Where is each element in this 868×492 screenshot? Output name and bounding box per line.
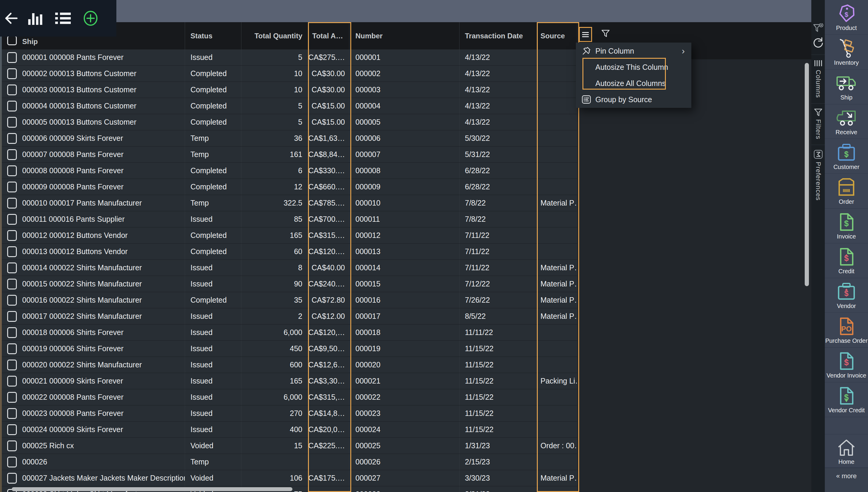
table-row[interactable]: 000019 000006 Shirts Forever Issued 450 … [2,341,577,357]
refresh-icon[interactable] [813,37,824,48]
menu-item-group-by-source[interactable]: Group by Source [576,91,691,107]
table-row[interactable]: 000017 000022 Shirts Manufacturer Issued… [2,308,577,324]
menu-item-pin-column[interactable]: Pin Column › [576,43,691,59]
table-row[interactable]: 000011 000016 Pants Supplier Issued 85 C… [2,211,577,227]
tab-preferences[interactable]: Preferences [811,145,825,206]
sidebar-item-home[interactable]: Home [825,434,868,468]
row-checkbox[interactable] [7,133,17,144]
list-view-button[interactable] [49,6,77,30]
row-checkbox[interactable] [7,392,17,403]
table-row[interactable]: 000024 000009 Skirts Forever Issued 400 … [2,422,577,438]
table-row[interactable]: 000026 Temp 000026 2/15/23 [2,454,577,470]
table-row[interactable]: 000008 000008 Pants Forever Completed 6 … [2,163,577,179]
row-checkbox[interactable] [7,52,17,63]
cell-total-quantity: 10 [241,82,308,98]
row-checkbox[interactable] [7,263,17,273]
column-header-transaction-date[interactable]: Transaction Date [460,22,537,49]
ship-text: 000014 000022 Shirts Manufacturer [22,263,142,272]
column-filter-tab-icon[interactable] [601,29,610,38]
filter-clear-icon[interactable] [813,23,823,33]
table-row[interactable]: 000010 000017 Pants Manufacturer Temp 32… [2,195,577,211]
sidebar-item-credit[interactable]: $Credit [825,243,868,278]
sidebar-item-product[interactable]: $Product [825,0,868,35]
cell-status: Issued [185,49,241,65]
table-row[interactable]: 000006 000009 Skirts Forever Temp 36 CA$… [2,130,577,147]
vertical-scrollbar-thumb[interactable] [805,63,809,286]
column-header-total-amount[interactable]: Total A… [308,22,349,49]
row-checkbox[interactable] [7,311,17,322]
tab-columns[interactable]: Columns [811,55,825,104]
row-checkbox[interactable] [7,279,17,290]
menu-item-autosize-this-column[interactable]: Autosize This Column [576,59,691,75]
cell-ship: 000018 000006 Shirts Forever [2,324,185,340]
table-row[interactable]: 000013 000012 Buttons Vendor Completed 6… [2,244,577,260]
column-menu-button[interactable] [579,27,592,42]
sidebar-item-vendor-credit[interactable]: $Vendor Credit [825,382,868,417]
sidebar-item-ship[interactable]: Ship [825,70,868,104]
row-checkbox[interactable] [7,343,17,354]
select-all-checkbox[interactable] [7,36,17,45]
sidebar-more-button[interactable]: « more [825,468,868,492]
table-row[interactable]: 000018 000006 Shirts Forever Issued 6,00… [2,324,577,341]
table-row[interactable]: 000022 000008 Pants Forever Issued 6,000… [2,389,577,405]
table-row[interactable]: 000016 000022 Shirts Manufacturer Comple… [2,292,577,308]
table-row[interactable]: 000004 000013 Buttons Customer Completed… [2,98,577,114]
sidebar-item-purchase-order[interactable]: POPurchase Order [825,313,868,348]
table-row[interactable]: 000027 Jackets Maker Jackets Maker Descr… [2,470,577,486]
column-header-number[interactable]: Number [349,22,460,49]
row-checkbox[interactable] [7,408,17,419]
row-checkbox[interactable] [7,149,17,160]
table-row[interactable]: 000009 000008 Pants Forever Completed 12… [2,179,577,195]
table-row[interactable]: 000001 000008 Pants Forever Issued 5 CA$… [2,49,577,66]
cell-source [537,422,577,438]
table-row[interactable]: 000015 000022 Shirts Manufacturer Issued… [2,276,577,292]
sidebar-item-invoice[interactable]: $Invoice [825,208,868,243]
row-checkbox[interactable] [7,230,17,241]
table-row[interactable]: 000002 000013 Buttons Customer Completed… [2,66,577,82]
sidebar-item-vendor-invoice[interactable]: $Vendor Invoice [825,348,868,382]
chart-view-button[interactable] [22,6,49,30]
table-row[interactable]: 000012 000012 Buttons Vendor Completed 1… [2,227,577,244]
columns-icon [814,59,822,67]
row-checkbox[interactable] [7,214,17,225]
back-button[interactable] [0,6,22,30]
row-checkbox[interactable] [7,295,17,305]
column-header-source[interactable]: Source [537,22,577,49]
row-checkbox[interactable] [7,424,17,435]
row-checkbox[interactable] [7,165,17,176]
table-row[interactable]: 000020 000022 Shirts Manufacturer Issued… [2,357,577,373]
row-checkbox[interactable] [7,327,17,338]
row-checkbox[interactable] [7,101,17,112]
row-checkbox[interactable] [7,198,17,208]
menu-item-autosize-all-columns[interactable]: Autosize All Columns [576,75,691,91]
add-record-button[interactable] [77,6,104,30]
column-header-total-quantity[interactable]: Total Quantity [241,22,308,49]
sidebar-item-inventory[interactable]: Inventory [825,35,868,70]
row-checkbox[interactable] [7,457,17,467]
tab-filters[interactable]: Filters [811,104,825,145]
table-row[interactable]: 000007 000008 Pants Forever Temp 161 CA$… [2,147,577,163]
row-checkbox[interactable] [7,117,17,128]
sidebar-item-customer[interactable]: $Customer [825,139,868,174]
table-row[interactable]: 000023 000008 Pants Forever Issued 270 C… [2,405,577,422]
table-row[interactable]: 000005 000013 Buttons Customer Completed… [2,114,577,130]
column-header-status[interactable]: Status [185,22,241,49]
sidebar-item-receive[interactable]: Receive [825,104,868,139]
row-checkbox[interactable] [7,246,17,257]
row-checkbox[interactable] [7,440,17,451]
row-checkbox[interactable] [7,84,17,95]
table-row[interactable]: 000025 Rich cx Voided 15 CA$225.… 000025… [2,438,577,454]
row-checkbox[interactable] [7,473,17,484]
vendor-invoice-doc-icon: $ [837,350,856,372]
row-checkbox[interactable] [7,68,17,79]
horizontal-scrollbar-thumb[interactable] [12,487,292,491]
row-checkbox[interactable] [7,181,17,192]
cell-total-amount: CA$315,… [308,389,349,405]
row-checkbox[interactable] [7,360,17,370]
table-row[interactable]: 000003 000013 Buttons Customer Completed… [2,82,577,98]
sidebar-item-vendor[interactable]: $Vendor [825,278,868,313]
table-row[interactable]: 000014 000022 Shirts Manufacturer Issued… [2,260,577,276]
sidebar-item-order[interactable]: Order [825,174,868,208]
row-checkbox[interactable] [7,376,17,387]
table-row[interactable]: 000021 000009 Skirts Forever Issued 165 … [2,373,577,389]
